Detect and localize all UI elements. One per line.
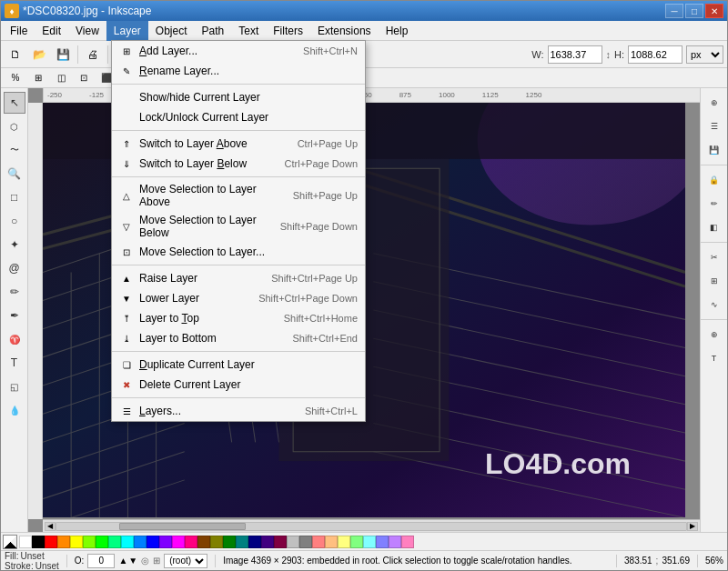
height-input[interactable] (628, 45, 682, 64)
color-olive[interactable] (210, 536, 223, 548)
color-light-red[interactable] (312, 536, 325, 548)
minimize-button[interactable]: ─ (665, 4, 683, 18)
snap-btn-1[interactable]: % (5, 67, 26, 89)
right-tool-3[interactable]: 💾 (703, 139, 725, 161)
right-tool-5[interactable]: ✏ (703, 193, 725, 215)
color-light-blue[interactable] (376, 536, 389, 548)
scroll-thumb-x[interactable] (119, 523, 245, 530)
menu-layer[interactable]: Layer (106, 21, 148, 41)
dropper-tool[interactable]: 💧 (4, 399, 25, 421)
open-button[interactable]: 📂 (28, 44, 50, 65)
redo-button[interactable]: ↪ (136, 44, 157, 65)
menu-filters[interactable]: Filters (266, 21, 310, 41)
menu-help[interactable]: Help (379, 21, 416, 41)
calligraphy-tool[interactable]: ♈ (4, 328, 25, 350)
color-pink[interactable] (401, 536, 414, 548)
right-tool-10[interactable]: ⊕ (703, 324, 725, 346)
status-sep-3 (616, 555, 617, 567)
right-tool-4[interactable]: 🔒 (703, 169, 725, 191)
opacity-up[interactable]: ▲ (118, 556, 127, 566)
unit-select[interactable]: px mm cm in (686, 45, 723, 64)
undo-button[interactable]: ↩ (112, 44, 134, 65)
scroll-right-arrow[interactable]: ▶ (687, 522, 698, 531)
right-tool-11[interactable]: T (703, 347, 725, 369)
menu-object[interactable]: Object (148, 21, 195, 41)
menu-view[interactable]: View (68, 21, 106, 41)
menu-text[interactable]: Text (231, 21, 266, 41)
app-icon: ♦ (5, 4, 19, 18)
menu-edit[interactable]: Edit (35, 21, 68, 41)
color-lavender[interactable] (389, 536, 401, 548)
color-yellow[interactable] (70, 536, 83, 548)
color-cyan[interactable] (121, 536, 134, 548)
zoom-tool[interactable]: 🔍 (4, 163, 25, 185)
color-teal[interactable] (236, 536, 248, 548)
opacity-down[interactable]: ▼ (128, 556, 137, 566)
right-tool-9[interactable]: ∿ (703, 294, 725, 316)
no-color-swatch[interactable] (3, 535, 17, 549)
color-light-yellow[interactable] (338, 536, 350, 548)
scroll-left-arrow[interactable]: ◀ (45, 522, 56, 531)
color-rose[interactable] (185, 536, 197, 548)
color-red[interactable] (45, 536, 57, 548)
color-black[interactable] (32, 536, 45, 548)
color-peach[interactable] (325, 536, 338, 548)
color-navy[interactable] (248, 536, 261, 548)
text-tool[interactable]: T (4, 352, 25, 374)
color-brown[interactable] (197, 536, 210, 548)
snap-btn-2[interactable]: ⊞ (27, 67, 49, 89)
color-spring[interactable] (108, 536, 121, 548)
menu-bar: File Edit View Layer Object Path Text Fi… (1, 21, 727, 41)
color-light-green[interactable] (350, 536, 363, 548)
spiral-tool[interactable]: @ (4, 257, 25, 279)
node-tool[interactable]: ⬡ (4, 115, 25, 137)
color-white[interactable] (19, 536, 32, 548)
right-tool-1[interactable]: ⊕ (703, 92, 725, 114)
width-input[interactable] (548, 45, 602, 64)
h-scrollbar[interactable]: ◀ ▶ (43, 519, 700, 532)
color-gray[interactable] (299, 536, 312, 548)
layer-select[interactable]: (root) (164, 554, 207, 568)
right-tool-7[interactable]: ✂ (703, 246, 725, 268)
select-tool[interactable]: ↖ (4, 92, 25, 114)
opacity-input[interactable] (87, 554, 115, 568)
color-silver[interactable] (287, 536, 299, 548)
scroll-track-x[interactable] (56, 522, 687, 531)
right-tool-2[interactable]: ☰ (703, 115, 725, 137)
right-tool-8[interactable]: ⊞ (703, 270, 725, 292)
color-orange[interactable] (57, 536, 70, 548)
color-yellow-green[interactable] (83, 536, 96, 548)
save-button[interactable]: 💾 (52, 44, 74, 65)
snap-btn-6[interactable]: ◈ (118, 67, 140, 89)
snap-btn-5[interactable]: ⬛ (96, 67, 117, 89)
tweak-tool[interactable]: 〜 (4, 139, 25, 161)
color-green[interactable] (96, 536, 108, 548)
right-tool-6[interactable]: ◧ (703, 216, 725, 238)
color-violet[interactable] (159, 536, 172, 548)
color-blue[interactable] (147, 536, 159, 548)
rect-tool[interactable]: □ (4, 186, 25, 208)
menu-file[interactable]: File (3, 21, 35, 41)
snap-btn-3[interactable]: ◫ (50, 67, 72, 89)
circle-tool[interactable]: ○ (4, 210, 25, 232)
new-button[interactable]: 🗋 (5, 44, 26, 65)
zoom-in-button[interactable]: 🔍 (166, 44, 187, 65)
canvas-content[interactable]: LO4D.com (43, 103, 685, 517)
pencil-tool[interactable]: ✏ (4, 281, 25, 303)
color-magenta[interactable] (172, 536, 185, 548)
color-purple[interactable] (261, 536, 274, 548)
star-tool[interactable]: ✦ (4, 234, 25, 255)
menu-path[interactable]: Path (195, 21, 232, 41)
menu-extensions[interactable]: Extensions (310, 21, 379, 41)
close-button[interactable]: ✕ (705, 4, 723, 18)
pen-tool[interactable]: ✒ (4, 305, 25, 326)
canvas-image[interactable]: LO4D.com (43, 103, 685, 517)
snap-btn-4[interactable]: ⊡ (73, 67, 95, 89)
color-maroon[interactable] (274, 536, 287, 548)
color-light-cyan[interactable] (363, 536, 376, 548)
color-azure[interactable] (134, 536, 147, 548)
print-button[interactable]: 🖨 (82, 44, 104, 65)
gradient-tool[interactable]: ◱ (4, 376, 25, 397)
color-dark-green[interactable] (223, 536, 236, 548)
maximize-button[interactable]: □ (685, 4, 703, 18)
